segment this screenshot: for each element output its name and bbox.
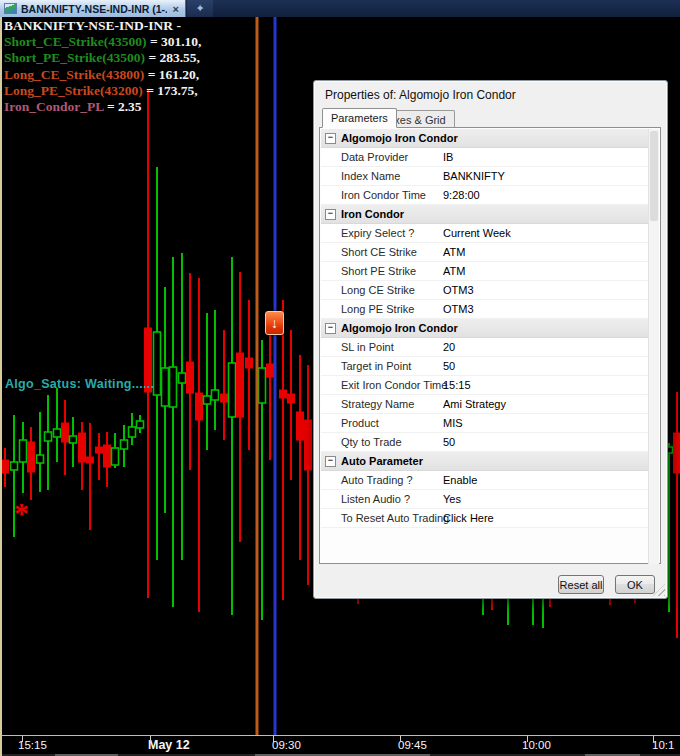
prop-value-iron-condor-time[interactable]: 9:28:00: [443, 189, 647, 201]
candle-up: [162, 287, 169, 513]
prop-value-sl-in-point[interactable]: 20: [443, 341, 647, 353]
prop-value-exit-iron-condor-time[interactable]: 15:15: [443, 379, 647, 391]
candle-down: [297, 355, 304, 560]
group-header-algomojo-iron-condor[interactable]: −Algomojo Iron Condor: [321, 319, 651, 338]
prop-label: SL in Point: [341, 341, 394, 353]
reset-all-button[interactable]: Reset all: [558, 575, 604, 594]
candle-up: [137, 415, 144, 433]
strategy-value-line: Iron_Condor_PL = 2.35: [4, 99, 201, 115]
prop-row-exit-iron-condor-time: Exit Iron Condor Time15:15: [321, 376, 651, 395]
axis-tick: [400, 736, 401, 742]
prop-value-auto-trading[interactable]: Enable: [443, 474, 647, 486]
candle-down: [305, 365, 312, 585]
strategy-value-line: Long_CE_Strike(43800) = 161.20,: [4, 67, 201, 83]
axis-tick: [22, 736, 23, 742]
candle-up: [70, 417, 77, 467]
candle-down: [221, 330, 228, 440]
candle-down: [96, 433, 103, 480]
prop-label: Long CE Strike: [341, 284, 415, 296]
prop-row-target-in-point: Target in Point50: [321, 357, 651, 376]
group-header-algomojo-iron-condor[interactable]: −Algomojo Iron Condor: [321, 129, 651, 148]
candle-up: [170, 257, 177, 607]
scrollbar-thumb[interactable]: [650, 131, 658, 221]
close-tab-icon[interactable]: ×: [171, 3, 181, 15]
prop-row-index-name: Index NameBANKNIFTY: [321, 167, 651, 186]
candle-up: [20, 422, 27, 493]
prop-value-long-pe-strike[interactable]: OTM3: [443, 303, 647, 315]
prop-value-qty-to-trade[interactable]: 50: [443, 436, 647, 448]
group-label: Algomojo Iron Condor: [341, 322, 458, 334]
tab-scroll-button[interactable]: ✦: [187, 0, 213, 17]
prop-value-short-pe-strike[interactable]: ATM: [443, 265, 647, 277]
chart-thumbnail-icon: [4, 3, 17, 14]
prop-value-target-in-point[interactable]: 50: [443, 360, 647, 372]
candle-up: [212, 310, 219, 430]
candle-up: [37, 412, 44, 492]
group-header-auto-parameter[interactable]: −Auto Parameter: [321, 452, 651, 471]
prop-value-listen-audio[interactable]: Yes: [443, 493, 647, 505]
prop-row-expiry-select: Expiry Select ?Current Week: [321, 224, 651, 243]
prop-value-short-ce-strike[interactable]: ATM: [443, 246, 647, 258]
candle-up: [112, 433, 119, 468]
prop-label: Long PE Strike: [341, 303, 414, 315]
asterisk-marker: *: [14, 498, 29, 528]
candle-down: [2, 448, 9, 487]
group-header-iron-condor[interactable]: −Iron Condor: [321, 205, 651, 224]
candle-down: [674, 392, 680, 638]
collapse-icon[interactable]: −: [325, 323, 336, 334]
candle-up: [54, 388, 61, 462]
prop-label: Target in Point: [341, 360, 411, 372]
candle-down: [187, 273, 194, 470]
candle-down: [196, 278, 203, 612]
candle-down: [87, 423, 94, 530]
prop-label: Short CE Strike: [341, 246, 417, 258]
dialog-scrollbar[interactable]: [648, 129, 659, 564]
collapse-icon[interactable]: −: [325, 133, 336, 144]
ok-button[interactable]: OK: [615, 575, 655, 594]
candle-down: [145, 90, 152, 598]
chart-tab-title: BANKNIFTY-NSE-IND-INR (1-...: [21, 3, 167, 15]
strategy-value-line: Short_PE_Strike(43500) = 283.55,: [4, 50, 201, 66]
candle-up: [154, 167, 161, 560]
group-label: Iron Condor: [341, 208, 404, 220]
candle-up: [259, 340, 266, 620]
candle-up: [204, 313, 211, 450]
axis-label: 09:30: [272, 739, 301, 751]
axis-label: May 12: [148, 738, 190, 752]
candle-down: [288, 330, 295, 480]
tab-parameters[interactable]: Parameters: [322, 108, 397, 128]
strategy-value-line: Long_PE_Strike(43200) = 173.75,: [4, 83, 201, 99]
prop-row-short-pe-strike: Short PE StrikeATM: [321, 262, 651, 281]
collapse-icon[interactable]: −: [325, 456, 336, 467]
prop-value-index-name[interactable]: BANKNIFTY: [443, 170, 647, 182]
prop-value-product[interactable]: MIS: [443, 417, 647, 429]
prop-label: Exit Iron Condor Time: [341, 379, 447, 391]
prop-value-long-ce-strike[interactable]: OTM3: [443, 284, 647, 296]
prop-value-data-provider[interactable]: IB: [443, 151, 647, 163]
prop-row-long-ce-strike: Long CE StrikeOTM3: [321, 281, 651, 300]
app-window: BANKNIFTY-NSE-IND-INR (1-... × ✦ BANKNIF…: [0, 0, 680, 756]
prop-label: Product: [341, 417, 379, 429]
prop-label: Index Name: [341, 170, 400, 182]
prop-value-strategy-name[interactable]: Ami Strategy: [443, 398, 647, 410]
prop-label: Auto Trading ?: [341, 474, 413, 486]
prop-label: Qty to Trade: [341, 436, 402, 448]
prop-row-short-ce-strike: Short CE StrikeATM: [321, 243, 651, 262]
prop-row-qty-to-trade: Qty to Trade50: [321, 433, 651, 452]
prop-row-strategy-name: Strategy NameAmi Strategy: [321, 395, 651, 414]
collapse-icon[interactable]: −: [325, 209, 336, 220]
candle-down: [246, 300, 253, 450]
candle-down: [104, 432, 111, 487]
prop-label: Iron Condor Time: [341, 189, 426, 201]
axis-tick: [150, 736, 151, 742]
prop-value-to-reset-auto-trading[interactable]: Click Here: [443, 512, 647, 524]
parameters-panel: −Algomojo Iron CondorData ProviderIBInde…: [319, 127, 661, 564]
axis-label: 09:45: [398, 739, 427, 751]
properties-dialog: Properties of: Algomojo Iron Condor Para…: [313, 80, 668, 599]
group-label: Algomojo Iron Condor: [341, 132, 458, 144]
chart-document-tab[interactable]: BANKNIFTY-NSE-IND-INR (1-... ×: [0, 0, 186, 17]
prop-value-expiry-select[interactable]: Current Week: [443, 227, 647, 239]
prop-label: Expiry Select ?: [341, 227, 414, 239]
candle-up: [229, 257, 236, 615]
candle-up: [121, 425, 128, 467]
